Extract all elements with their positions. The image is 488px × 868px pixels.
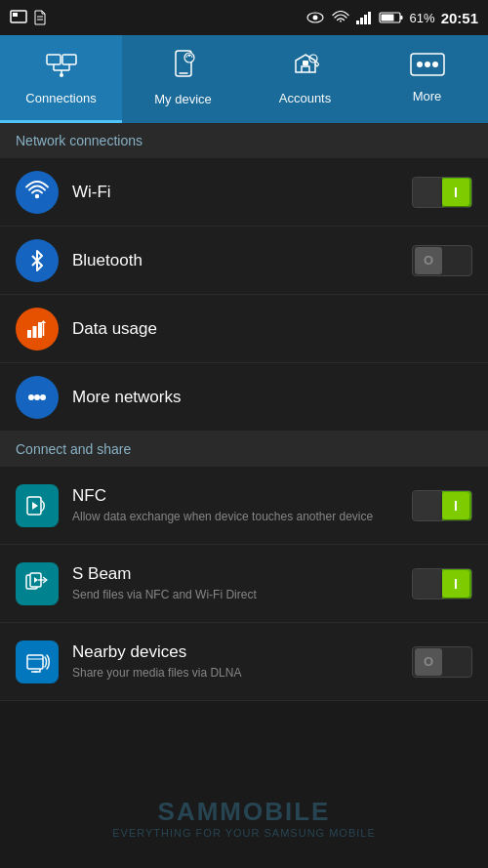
bluetooth-text: Bluetooth [72, 251, 412, 270]
svg-rect-24 [303, 61, 308, 65]
svg-rect-6 [356, 21, 359, 24]
nearby-toggle-knob [415, 648, 442, 676]
more-networks-title: More networks [72, 388, 472, 407]
bluetooth-icon [16, 239, 59, 282]
svg-rect-42 [27, 655, 43, 669]
nearby-text: Nearby devices Share your media files vi… [72, 642, 412, 682]
svg-rect-31 [27, 330, 31, 338]
signal-icon [355, 11, 373, 24]
svg-rect-32 [33, 326, 37, 338]
svg-point-5 [312, 16, 317, 21]
clock: 20:51 [441, 10, 478, 26]
tab-accounts-label: Accounts [279, 91, 331, 105]
svg-rect-12 [381, 15, 393, 21]
wifi-toggle[interactable] [412, 177, 472, 208]
setting-wifi[interactable]: Wi-Fi [0, 158, 488, 227]
wifi-status-icon [332, 11, 349, 24]
svg-point-30 [35, 193, 39, 197]
setting-nfc[interactable]: NFC Allow data exchange when device touc… [0, 467, 488, 545]
sbeam-title: S Beam [72, 564, 412, 584]
more-networks-icon [16, 376, 59, 419]
nearby-toggle[interactable] [412, 646, 472, 678]
tab-more[interactable]: More [366, 35, 488, 123]
status-bar: 61% 20:51 [0, 0, 488, 35]
nfc-title: NFC [72, 486, 412, 506]
svg-rect-11 [400, 16, 403, 20]
my-device-icon [170, 50, 197, 86]
file-icon [33, 10, 47, 25]
svg-rect-9 [368, 12, 371, 24]
tab-connections-label: Connections [25, 91, 96, 105]
battery-icon [379, 11, 404, 24]
svg-point-23 [188, 55, 190, 57]
svg-point-28 [425, 62, 430, 67]
setting-nearby[interactable]: Nearby devices Share your media files vi… [0, 623, 488, 701]
setting-more-networks[interactable]: More networks [0, 363, 488, 432]
svg-point-29 [432, 62, 438, 67]
svg-rect-14 [62, 55, 76, 64]
nearby-title: Nearby devices [72, 642, 412, 662]
wifi-icon [16, 171, 59, 214]
section-header-connect: Connect and share [0, 432, 488, 467]
accounts-icon [292, 51, 319, 85]
wifi-text: Wi-Fi [72, 183, 412, 202]
svg-point-37 [40, 394, 46, 400]
wifi-toggle-knob [442, 179, 469, 206]
data-usage-text: Data usage [72, 319, 472, 339]
setting-bluetooth[interactable]: Bluetooth [0, 227, 488, 295]
nfc-subtitle: Allow data exchange when device touches … [72, 509, 412, 525]
wifi-title: Wi-Fi [72, 183, 412, 202]
svg-point-36 [34, 394, 40, 400]
nfc-text: NFC Allow data exchange when device touc… [72, 486, 412, 525]
watermark-sub: EVERYTHING FOR YOUR SAMSUNG MOBILE [0, 827, 488, 839]
nearby-icon [16, 641, 59, 683]
nfc-icon [16, 484, 59, 527]
battery-percentage: 61% [410, 11, 435, 25]
watermark: SAMMOBILE EVERYTHING FOR YOUR SAMSUNG MO… [0, 797, 488, 839]
screenshot-icon [10, 10, 27, 25]
nearby-subtitle: Share your media files via DLNA [72, 665, 412, 682]
svg-rect-1 [13, 13, 18, 17]
tab-more-label: More [413, 89, 442, 103]
sbeam-icon [16, 562, 59, 605]
tab-accounts[interactable]: Accounts [244, 35, 366, 123]
tab-my-device-label: My device [154, 92, 212, 106]
connections-icon [46, 51, 77, 85]
svg-point-27 [417, 62, 423, 67]
tab-my-device[interactable]: My device [122, 35, 244, 123]
tab-bar: Connections My device Accou [0, 35, 488, 123]
setting-data-usage[interactable]: Data usage [0, 295, 488, 363]
data-usage-title: Data usage [72, 319, 472, 339]
tab-connections[interactable]: Connections [0, 35, 122, 123]
status-left-icons [10, 10, 47, 25]
watermark-main: SAMMOBILE [0, 797, 488, 827]
nfc-toggle[interactable] [412, 490, 472, 521]
svg-rect-33 [38, 322, 42, 338]
svg-point-19 [60, 73, 63, 77]
sbeam-subtitle: Send files via NFC and Wi-Fi Direct [72, 587, 412, 603]
svg-point-35 [28, 394, 34, 400]
more-icon [410, 53, 445, 83]
sbeam-toggle-knob [442, 570, 469, 598]
setting-sbeam[interactable]: S Beam Send files via NFC and Wi-Fi Dire… [0, 545, 488, 623]
bluetooth-toggle-knob [415, 247, 442, 274]
main-content: Network connections Wi-Fi Bluetooth [0, 123, 488, 701]
svg-rect-13 [47, 55, 61, 64]
section-header-network: Network connections [0, 123, 488, 158]
svg-rect-8 [364, 15, 367, 24]
bluetooth-title: Bluetooth [72, 251, 412, 270]
data-usage-icon [16, 308, 59, 351]
more-networks-text: More networks [72, 388, 472, 407]
eye-icon [306, 12, 324, 23]
sbeam-text: S Beam Send files via NFC and Wi-Fi Dire… [72, 564, 412, 603]
nfc-toggle-knob [442, 492, 469, 519]
status-right-icons: 61% 20:51 [306, 10, 478, 26]
svg-rect-7 [360, 18, 363, 24]
sbeam-toggle[interactable] [412, 568, 472, 599]
bluetooth-toggle[interactable] [412, 245, 472, 276]
